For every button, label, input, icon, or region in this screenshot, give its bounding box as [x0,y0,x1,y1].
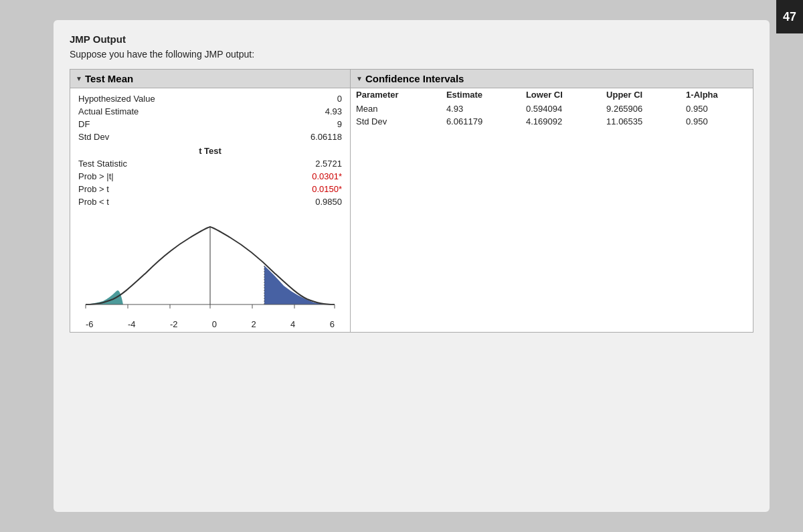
prob-abs-t-value: 0.0301* [288,171,342,181]
right-tail-fill [264,266,335,304]
confidence-intervals-header: ▼ Confidence Intervals [351,70,753,88]
ci-mean-estimate: 4.93 [441,102,521,115]
stat-row-test-statistic: Test Statistic 2.5721 [78,157,342,170]
confidence-intervals-panel: ▼ Confidence Intervals Parameter Estimat… [351,69,753,333]
confidence-intervals-label: Confidence Intervals [365,73,464,84]
stats-table: Hypothesized Value 0 Actual Estimate 4.9… [70,88,350,212]
main-card: JMP Output Suppose you have the followin… [54,20,770,512]
ci-col-upper: Upper CI [601,88,681,102]
ci-stddev-upper: 11.06535 [601,115,681,128]
ci-mean-lower: 0.594094 [521,102,601,115]
stat-row-actual-estimate: Actual Estimate 4.93 [78,105,342,118]
ci-table: Parameter Estimate Lower CI Upper CI 1-A… [351,88,753,128]
ci-mean-alpha: 0.950 [681,102,753,115]
ci-stddev-alpha: 0.950 [681,115,753,128]
hypothesized-label: Hypothesized Value [78,94,155,104]
subtitle: Suppose you have the following JMP outpu… [70,49,753,60]
test-mean-label: Test Mean [85,73,133,84]
df-value: 9 [288,119,342,129]
chart-container [83,217,337,318]
x-label-neg2: -2 [170,319,178,329]
panels-row: ▼ Test Mean Hypothesized Value 0 Actual … [70,69,753,333]
stddev-value: 6.06118 [288,132,342,142]
actual-estimate-label: Actual Estimate [78,106,139,116]
prob-lt-t-label: Prob < t [78,197,109,207]
stat-row-df: DF 9 [78,118,342,130]
test-statistic-label: Test Statistic [78,159,127,169]
actual-estimate-value: 4.93 [288,106,342,116]
stat-row-prob-lt-t: Prob < t 0.9850 [78,195,342,208]
ci-stddev-parameter: Std Dev [351,115,441,128]
x-label-pos2: 2 [251,319,256,329]
df-label: DF [78,119,90,129]
page-number: 47 [776,0,803,33]
x-label-0: 0 [212,319,217,329]
stat-row-prob-abs-t: Prob > |t| 0.0301* [78,170,342,183]
prob-lt-t-value: 0.9850 [288,197,342,207]
test-statistic-value: 2.5721 [288,159,342,169]
x-label-pos4: 4 [290,319,295,329]
stat-row-hypothesized: Hypothesized Value 0 [78,92,342,105]
x-label-neg4: -4 [128,319,136,329]
ci-mean-parameter: Mean [351,102,441,115]
chart-area: -6 -4 -2 0 2 4 6 [70,212,350,332]
ci-col-alpha: 1-Alpha [681,88,753,102]
triangle-icon-test-mean: ▼ [76,75,82,82]
x-axis-labels: -6 -4 -2 0 2 4 6 [83,319,337,329]
t-test-header: t Test [78,143,342,157]
ci-row-mean: Mean 4.93 0.594094 9.265906 0.950 [351,102,753,115]
ci-col-lower: Lower CI [521,88,601,102]
ci-stddev-lower: 4.169092 [521,115,601,128]
prob-abs-t-label: Prob > |t| [78,171,114,181]
ci-stddev-estimate: 6.061179 [441,115,521,128]
ci-header-row: Parameter Estimate Lower CI Upper CI 1-A… [351,88,753,102]
stat-row-stddev: Std Dev 6.06118 [78,130,342,143]
stat-row-prob-gt-t: Prob > t 0.0150* [78,183,342,195]
jmp-output-title: JMP Output [70,33,753,45]
ci-col-parameter: Parameter [351,88,441,102]
x-label-neg6: -6 [86,319,94,329]
stddev-label: Std Dev [78,132,109,142]
test-mean-header: ▼ Test Mean [70,70,350,88]
ci-row-stddev: Std Dev 6.061179 4.169092 11.06535 0.950 [351,115,753,128]
bell-curve-svg [83,217,337,318]
test-mean-panel: ▼ Test Mean Hypothesized Value 0 Actual … [70,69,351,333]
ci-mean-upper: 9.265906 [601,102,681,115]
prob-gt-t-value: 0.0150* [288,184,342,194]
triangle-icon-ci: ▼ [356,75,363,82]
prob-gt-t-label: Prob > t [78,184,109,194]
ci-col-estimate: Estimate [441,88,521,102]
x-label-pos6: 6 [330,319,335,329]
hypothesized-value: 0 [288,94,342,104]
